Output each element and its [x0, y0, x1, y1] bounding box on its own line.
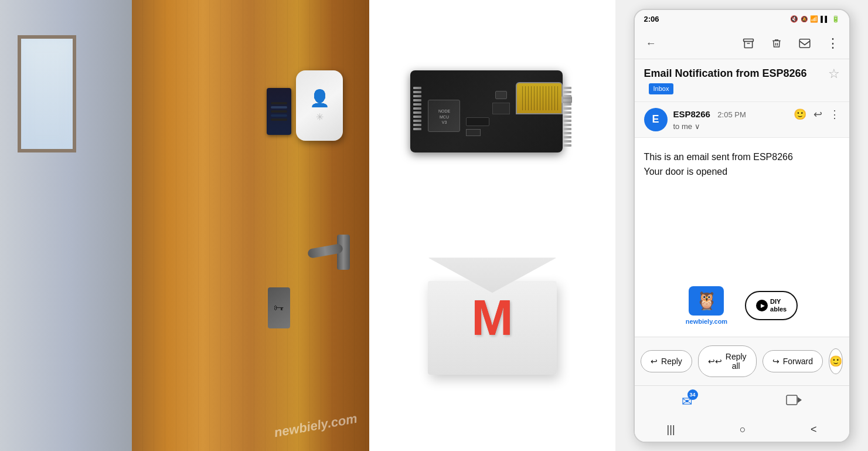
keyhole-plate: 🗝: [268, 287, 290, 328]
back-button[interactable]: ←: [642, 34, 661, 53]
battery-icon: 🔋: [832, 15, 840, 23]
sender-info: ESP8266 2:05 PM 🙂 ↩ ⋮ to me ∨: [673, 108, 840, 131]
sender-row: E ESP8266 2:05 PM 🙂 ↩ ⋮ to me ∨: [635, 102, 849, 138]
sender-time: 2:05 PM: [717, 110, 746, 119]
email-body-text: This is an email sent from ESP8266 Your …: [644, 150, 840, 179]
recent-apps-button[interactable]: |||: [667, 423, 675, 436]
chip-label: NODEMCUV3: [427, 108, 462, 126]
svg-rect-2: [787, 395, 797, 405]
system-navigation: ||| ○ <: [635, 418, 849, 442]
reply-buttons-bar: ↩ Reply ↩↩ Reply all ↪ Forward 🙂: [635, 337, 849, 385]
gmail-envelope: M: [416, 263, 569, 392]
email-body: This is an email sent from ESP8266 Your …: [635, 138, 849, 274]
signal-icon: ▌▌: [821, 16, 829, 22]
door-handle: [337, 235, 350, 270]
wifi-antenna: [516, 82, 563, 114]
newbiely-text: newbiely.com: [686, 318, 727, 325]
left-pins: [413, 87, 421, 130]
room-background: [0, 0, 141, 451]
mark-unread-button[interactable]: [795, 34, 814, 53]
notification-badge: 34: [687, 389, 698, 400]
star-button[interactable]: ☆: [828, 66, 840, 82]
system-back-button[interactable]: <: [811, 423, 817, 436]
more-options-button[interactable]: ⋮: [823, 34, 842, 53]
reply-all-icon: ↩↩: [708, 357, 722, 366]
svg-rect-1: [799, 39, 810, 48]
forward-button[interactable]: ↪ Forward: [763, 350, 823, 372]
gmail-m-logo: M: [472, 293, 513, 343]
sender-quick-actions: 🙂 ↩ ⋮: [794, 108, 840, 121]
wood-grain: [132, 0, 369, 451]
emoji-reaction-button[interactable]: 🙂: [829, 348, 843, 374]
diy-play-icon: [756, 300, 768, 311]
wifi-icon: 📶: [810, 15, 818, 23]
smart-lock-device: 👤 ✳: [296, 70, 343, 141]
email-toolbar: ←: [635, 29, 849, 59]
delete-button[interactable]: [767, 34, 786, 53]
middle-content-panel: NODEMCUV3 M: [369, 0, 615, 451]
email-subject: Email Notification from ESP8266 Inbox: [644, 66, 807, 94]
mute-icon: 🔇: [790, 15, 798, 23]
gmail-nav-item[interactable]: ✉ 34: [682, 394, 692, 409]
sender-more-button[interactable]: ⋮: [829, 108, 840, 121]
electronic-panel: [267, 88, 291, 135]
forward-icon: ↪: [772, 357, 780, 366]
envelope-body: M: [428, 281, 557, 375]
right-pins: [563, 87, 571, 147]
inbox-label: Inbox: [649, 83, 674, 94]
emoji-react-button[interactable]: 🙂: [794, 108, 806, 121]
quick-reply-button[interactable]: ↩: [813, 108, 822, 121]
toolbar-right: ⋮: [739, 34, 842, 53]
home-button[interactable]: ○: [740, 423, 746, 436]
reply-all-button[interactable]: ↩↩ Reply all: [698, 345, 757, 377]
reply-icon: ↩: [651, 357, 658, 366]
room-window: [18, 35, 76, 152]
toolbar-left: ←: [642, 34, 661, 53]
door-image: 👤 ✳ 🗝 newbiely.com: [0, 0, 369, 451]
right-phone-panel: 2:06 🔇 🔕 📶 ▌▌ 🔋 ←: [615, 0, 868, 451]
sender-name: ESP8266: [673, 109, 710, 119]
silent-icon: 🔕: [801, 16, 808, 22]
pcb-board: NODEMCUV3: [410, 70, 563, 152]
email-subject-bar: Email Notification from ESP8266 Inbox ☆: [635, 59, 849, 102]
camera-nav-icon: [786, 394, 802, 409]
svg-marker-3: [798, 397, 802, 403]
reply-button[interactable]: ↩ Reply: [641, 350, 692, 372]
email-logos: 🦉 newbiely.com DIY ables: [635, 274, 849, 337]
svg-rect-0: [743, 39, 753, 42]
archive-button[interactable]: [739, 34, 758, 53]
bottom-navigation: ✉ 34: [635, 385, 849, 418]
phone-mockup: 2:06 🔇 🔕 📶 ▌▌ 🔋 ←: [634, 9, 850, 443]
door-body: 👤 ✳ 🗝: [132, 0, 369, 451]
meet-nav-item[interactable]: [786, 394, 802, 409]
sender-avatar: E: [644, 108, 668, 131]
status-bar: 2:06 🔇 🔕 📶 ▌▌ 🔋: [635, 10, 849, 29]
diyables-logo: DIY ables: [745, 291, 798, 320]
status-time: 2:06: [644, 15, 659, 23]
recipient-line: to me ∨: [673, 122, 840, 131]
diyables-text: DIY ables: [770, 298, 787, 312]
status-icons: 🔇 🔕 📶 ▌▌ 🔋: [790, 15, 839, 23]
door-photo-panel: 👤 ✳ 🗝 newbiely.com: [0, 0, 369, 451]
esp8266-board: NODEMCUV3: [399, 59, 586, 164]
newbiely-logo: 🦉 newbiely.com: [686, 286, 727, 325]
